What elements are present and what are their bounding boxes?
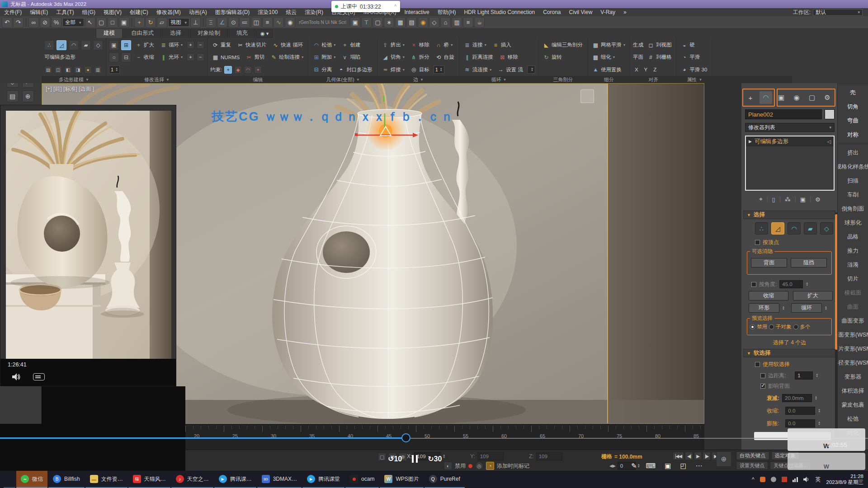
poly-tool-icon[interactable]: ◨ (74, 66, 82, 74)
grow-button[interactable]: 扩大 (793, 291, 833, 300)
by-vertex-checkbox[interactable]: 按顶点 (755, 239, 779, 246)
annotate-pencil-icon[interactable]: ✎ (631, 462, 637, 470)
taskbar-item-music[interactable]: ♪天空之… (171, 471, 213, 488)
taskbar-item-ocam[interactable]: ocam (345, 471, 379, 488)
modifier-strip-item[interactable]: 曲面变形 (838, 314, 868, 328)
repeat-button[interactable]: ⟳重复 (210, 40, 233, 50)
viewport-widget[interactable] (580, 89, 594, 103)
auto-key-button[interactable]: 自动关键点 (736, 451, 769, 460)
poly-tool-icon[interactable]: ▥ (94, 66, 102, 74)
modifier-strip-item[interactable]: 横截面 (838, 286, 868, 300)
constraint-edge-icon[interactable]: ◆ (234, 66, 242, 74)
tessellate-button[interactable]: ▩细化▾ (590, 52, 617, 62)
ribbon-group-label[interactable]: 几何体(全部)▼ (308, 76, 377, 83)
turn-button[interactable]: ↻旋转 (541, 52, 564, 62)
collapse-button[interactable]: ∨塌陷 (340, 52, 362, 62)
modifier-strip-item[interactable]: 壳 (838, 86, 868, 100)
menu-item[interactable]: Corona (539, 9, 565, 15)
cap-poly-button[interactable]: ◓封口多边形 (336, 65, 374, 75)
class-timer-overlay[interactable]: 上课中 01:33:22 ^ (331, 1, 400, 12)
rollout-soft-selection[interactable]: ▼软选择 (743, 349, 835, 357)
dot-icon[interactable]: ○ (109, 52, 119, 62)
quickslice-button[interactable]: ✂快速切片 (235, 40, 268, 50)
taskbar-item-pureref[interactable]: QPureRef (425, 471, 465, 488)
skip-back-button[interactable]: ↺10 (388, 455, 402, 463)
split-button[interactable]: ⋔拆分 (409, 52, 431, 62)
connect-button[interactable]: ≣连接▾ (462, 40, 488, 50)
align-grid-button[interactable]: #到栅格 (646, 52, 674, 62)
toolbar-icon[interactable]: ▢ (373, 17, 383, 28)
poly-tool-icon[interactable]: ◫ (54, 66, 62, 74)
bridge-button[interactable]: ∩桥▾ (434, 40, 455, 50)
modifier-strip-item[interactable]: 体积选择 (838, 384, 868, 398)
edge-distance-row[interactable]: 边距离: 1 ▲▼ (760, 371, 818, 380)
left-strip-icon[interactable]: ⊕ (22, 90, 34, 102)
ribbon-group-label[interactable]: 细分 (588, 76, 630, 83)
tray-app-icon[interactable] (760, 477, 765, 482)
toolbar-icon[interactable]: ↻ (146, 17, 156, 28)
backface-button[interactable]: 背面 (751, 258, 787, 267)
menu-item[interactable]: 图形编辑器(D) (211, 9, 254, 16)
pin-icon[interactable]: ▣ (109, 40, 119, 50)
taskbar-item-folder[interactable]: ▬文件资… (85, 471, 127, 488)
create-button[interactable]: +创建 (340, 40, 362, 50)
stack-tool-icon[interactable]: ▣ (800, 196, 806, 203)
modifier-strip-item[interactable]: 晶格 (838, 230, 868, 244)
modifier-strip-item[interactable]: 曲面 (838, 300, 868, 314)
modifier-strip-item[interactable]: 对称 (838, 128, 868, 142)
ribbon-tab-对象绘制[interactable]: 对象绘制 (190, 28, 228, 38)
toolbar-icon[interactable]: ⌂ (440, 17, 451, 28)
nurms-button[interactable]: ▦NURMS (210, 52, 241, 62)
stack-tool-icon[interactable]: ▯ (772, 196, 775, 203)
polygon-subobject-icon[interactable]: ▰ (804, 222, 817, 235)
toolbar-icon[interactable]: ⊘ (40, 17, 50, 28)
z-field[interactable]: 109 (536, 452, 562, 460)
align-view-button[interactable]: ◻到视图 (646, 40, 674, 50)
occlude-button[interactable]: 阻挡 (791, 258, 827, 267)
toolbar-icon[interactable]: ⊙ (228, 17, 239, 28)
edit-triangulation-button[interactable]: ◣编辑三角剖分 (541, 40, 585, 50)
set-flow-button[interactable]: →设置 流 (495, 65, 525, 75)
planar-z-button[interactable]: Z (651, 65, 658, 75)
border-subobject-icon[interactable]: ◠ (788, 222, 801, 235)
ribbon-group-label[interactable]: 边▼ (377, 76, 459, 83)
zero-icon[interactable]: ◎ (475, 462, 483, 470)
toolbar-icon[interactable]: ▤ (406, 17, 417, 28)
toolbar-icon[interactable]: ↶ (2, 17, 12, 28)
poly-tool-icon[interactable]: ● (84, 66, 92, 74)
edge-icon[interactable]: ◿ (57, 40, 66, 50)
network-icon[interactable] (793, 477, 798, 482)
bubble-row[interactable]: 膨胀: 0.0 ▲▼ (767, 419, 821, 427)
modifier-stack[interactable]: ▶ 可编辑多边形 ◁ (745, 136, 835, 191)
taskbar-clock[interactable]: 21:28 2023/8/9 星期三 (826, 474, 863, 485)
vertex-subobject-icon[interactable]: ∴ (755, 222, 768, 235)
pinch-row[interactable]: 收缩: 0.0 ▲▼ (767, 407, 821, 415)
wheel-icon[interactable]: ◐ (444, 462, 452, 470)
stack-tool-icon[interactable]: ⚙ (815, 196, 821, 203)
modifier-strip-item[interactable]: 推力 (838, 244, 868, 258)
toolbar-icon[interactable]: □ (108, 17, 118, 28)
modifier-strip-item[interactable]: 面片变形(WSM) (838, 342, 868, 356)
record-dot-icon[interactable] (468, 464, 472, 468)
taskbar-item-billfish[interactable]: BBillfish (48, 471, 85, 488)
modifier-strip-item[interactable]: 蒙皮包裹 (838, 398, 868, 412)
modifier-strip-item[interactable]: 变形器 (838, 370, 868, 384)
pip-video-window[interactable]: 1:26:41 (0, 105, 176, 386)
modifier-strip-item[interactable]: 弯曲 (838, 114, 868, 128)
toolbar-icon[interactable]: ∿ (274, 17, 284, 28)
menu-item[interactable]: » (619, 9, 631, 15)
toolbar-icon[interactable]: ☕ (474, 17, 485, 28)
loop-minus-icon[interactable]: − (197, 41, 204, 49)
poly-tool-icon[interactable]: ▤ (44, 66, 52, 74)
smooth30-button[interactable]: ◕平滑 30 (679, 65, 709, 75)
taskbar-item-wechat[interactable]: ●●微信 (16, 471, 47, 488)
modifier-strip-item[interactable]: 扫描 (838, 174, 868, 188)
toolbar-icon[interactable]: ≔ (240, 17, 250, 28)
menu-item[interactable]: Interactive (400, 9, 433, 15)
modifier-list-dropdown[interactable]: 修改器列表▾ (745, 123, 835, 132)
taskbar-item-wps[interactable]: WWPS图片 (380, 471, 423, 488)
speaker-icon[interactable] (12, 373, 21, 380)
fullscreen-icon[interactable]: ◰ (680, 462, 686, 470)
toolbar-icon[interactable]: ∗ (384, 17, 394, 28)
toolbar-icon[interactable]: ◉ (418, 17, 428, 28)
